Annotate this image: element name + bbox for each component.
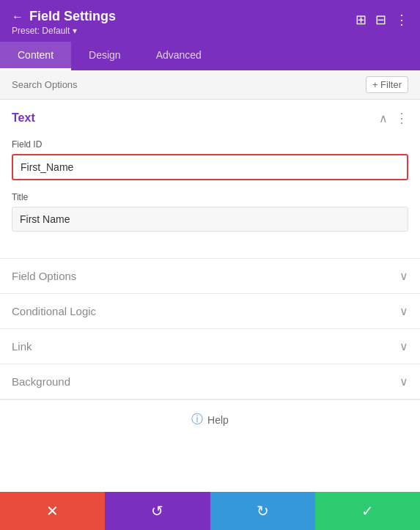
confirm-button[interactable]: ✓ — [315, 492, 420, 530]
background-title: Background — [12, 375, 70, 388]
help-label[interactable]: Help — [207, 414, 229, 426]
link-header[interactable]: Link ∨ — [0, 329, 420, 364]
title-group: Title First Name — [12, 192, 408, 232]
back-icon[interactable]: ← — [12, 10, 23, 23]
expand-icon[interactable]: ⊞ — [355, 12, 366, 28]
header-title-row: ← Field Settings — [12, 9, 116, 24]
search-input[interactable] — [12, 79, 366, 90]
undo-button[interactable]: ↺ — [105, 492, 210, 530]
filter-button[interactable]: + Filter — [366, 76, 408, 93]
text-section-controls: ∧ ⋮ — [379, 110, 408, 126]
preset-label[interactable]: Preset: Default ▾ — [12, 26, 116, 36]
header-icons: ⊞ ⊟ ⋮ — [355, 12, 408, 28]
field-id-group: Field ID — [12, 139, 408, 180]
page-title: Field Settings — [29, 9, 116, 24]
tab-design[interactable]: Design — [71, 42, 139, 70]
text-section-header[interactable]: Text ∧ ⋮ — [0, 100, 420, 136]
more-icon[interactable]: ⋮ — [395, 12, 408, 28]
background-header[interactable]: Background ∨ — [0, 364, 420, 399]
text-section: Text ∧ ⋮ Field ID Title First Name — [0, 100, 420, 259]
header-left: ← Field Settings Preset: Default ▾ — [12, 9, 116, 36]
search-bar: + Filter — [0, 70, 420, 100]
field-options-header[interactable]: Field Options ∨ — [0, 259, 420, 293]
conditional-logic-title: Conditional Logic — [12, 305, 96, 317]
field-options-expand-icon[interactable]: ∨ — [399, 269, 408, 283]
footer: ✕ ↺ ↻ ✓ — [0, 492, 420, 530]
link-section: Link ∨ — [0, 329, 420, 364]
redo-button[interactable]: ↻ — [210, 492, 315, 530]
text-section-content: Field ID Title First Name — [0, 136, 420, 258]
link-title: Link — [12, 340, 32, 353]
tabs: Content Design Advanced — [0, 42, 420, 70]
tab-content[interactable]: Content — [0, 42, 71, 70]
conditional-logic-section: Conditional Logic ∨ — [0, 294, 420, 329]
main-content: Text ∧ ⋮ Field ID Title First Name Field… — [0, 100, 420, 492]
title-value: First Name — [12, 207, 408, 232]
text-section-title: Text — [12, 111, 35, 125]
layout-icon[interactable]: ⊟ — [375, 12, 386, 28]
background-expand-icon[interactable]: ∨ — [399, 375, 408, 389]
link-expand-icon[interactable]: ∨ — [399, 339, 408, 353]
conditional-logic-expand-icon[interactable]: ∨ — [399, 304, 408, 318]
field-options-section: Field Options ∨ — [0, 259, 420, 294]
tab-advanced[interactable]: Advanced — [139, 42, 219, 70]
text-collapse-icon[interactable]: ∧ — [379, 111, 388, 125]
field-id-label: Field ID — [12, 139, 408, 150]
conditional-logic-header[interactable]: Conditional Logic ∨ — [0, 294, 420, 328]
header: ← Field Settings Preset: Default ▾ ⊞ ⊟ ⋮ — [0, 0, 420, 42]
help-icon: ⓘ — [191, 412, 203, 427]
title-label: Title — [12, 192, 408, 202]
cancel-button[interactable]: ✕ — [0, 492, 105, 530]
field-options-title: Field Options — [12, 270, 76, 282]
text-options-icon[interactable]: ⋮ — [395, 110, 408, 126]
background-section: Background ∨ — [0, 364, 420, 400]
help-section: ⓘ Help — [0, 400, 420, 439]
field-id-input[interactable] — [12, 154, 408, 180]
